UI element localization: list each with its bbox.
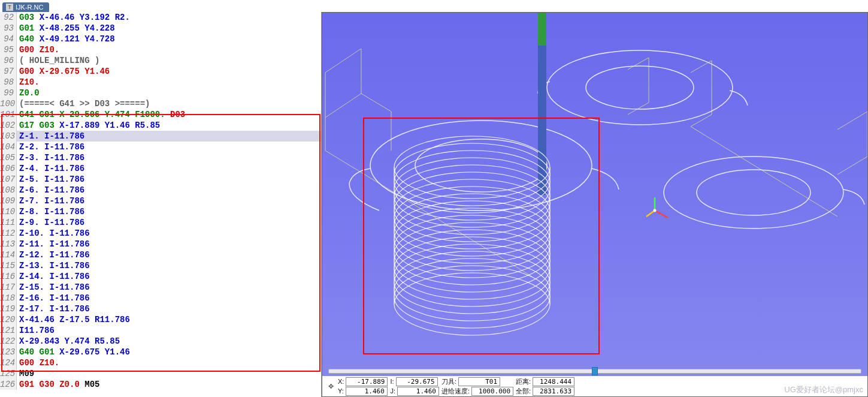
- code-line[interactable]: 108Z-6. I-11.786: [0, 185, 321, 196]
- line-content: Z-17. I-11.786: [17, 303, 90, 314]
- svg-point-21: [394, 222, 550, 285]
- code-line[interactable]: 93G01 X-48.255 Y4.228: [0, 23, 321, 34]
- code-line[interactable]: 95G00 Z10.: [0, 44, 321, 55]
- code-line[interactable]: 94G40 X-49.121 Y4.728: [0, 34, 321, 44]
- code-line[interactable]: 105Z-3. I-11.786: [0, 152, 321, 163]
- code-line[interactable]: 106Z-4. I-11.786: [0, 163, 321, 174]
- line-number: 123: [0, 347, 17, 357]
- code-line[interactable]: 111Z-9. I-11.786: [0, 217, 321, 228]
- watermark: UG爱好者论坛@pmjxc: [784, 384, 863, 395]
- line-number: 111: [0, 217, 17, 228]
- code-line[interactable]: 115Z-13. I-11.786: [0, 260, 321, 271]
- line-content: G40 X-49.121 Y4.728: [17, 34, 115, 44]
- line-content: G00 Z10.: [17, 357, 59, 368]
- svg-point-16: [394, 187, 550, 249]
- line-content: G00 X-29.675 Y1.46: [17, 66, 110, 77]
- line-number: 107: [0, 174, 17, 185]
- feed-label: 进给速度:: [441, 387, 470, 396]
- code-line[interactable]: 92G03 X-46.46 Y3.192 R2.: [0, 12, 321, 23]
- viewport-svg: [322, 13, 867, 396]
- code-line[interactable]: 120X-41.46 Z-17.5 R11.786: [0, 314, 321, 325]
- svg-point-20: [394, 215, 550, 278]
- code-line[interactable]: 123G40 G01 X-29.675 Y1.46: [0, 347, 321, 357]
- code-line[interactable]: 104Z-2. I-11.786: [0, 142, 321, 152]
- line-number: 122: [0, 336, 17, 347]
- line-number: 120: [0, 314, 17, 325]
- svg-point-11: [394, 151, 550, 213]
- svg-point-3: [586, 66, 694, 109]
- code-line[interactable]: 102G17 G03 X-17.889 Y1.46 R5.85: [0, 120, 321, 131]
- line-number: 92: [0, 12, 17, 23]
- line-content: G40 G01 X-29.675 Y1.46: [17, 347, 130, 357]
- line-content: Z-15. I-11.786: [17, 282, 90, 293]
- line-content: Z-6. I-11.786: [17, 185, 84, 196]
- code-line[interactable]: 122X-29.843 Y.474 R5.85: [0, 336, 321, 347]
- line-number: 109: [0, 196, 17, 206]
- line-content: G41 G01 X-29.506 Y.474 F1000. D03: [17, 109, 185, 120]
- line-number: 121: [0, 325, 17, 336]
- line-content: X-29.843 Y.474 R5.85: [17, 336, 120, 347]
- code-line[interactable]: 116Z-14. I-11.786: [0, 271, 321, 282]
- code-line[interactable]: 118Z-16. I-11.786: [0, 293, 321, 303]
- code-line[interactable]: 121I11.786: [0, 325, 321, 336]
- line-number: 106: [0, 163, 17, 174]
- code-line[interactable]: 96( HOLE_MILLING ): [0, 55, 321, 66]
- tool-cylinder: [537, 13, 547, 195]
- line-content: Z-13. I-11.786: [17, 260, 90, 271]
- code-line[interactable]: 117Z-15. I-11.786: [0, 282, 321, 293]
- viewport-3d[interactable]: ✥ X: -17.889 Y: 1.460 I: -29.675 J:: [322, 12, 868, 397]
- svg-point-13: [394, 165, 550, 227]
- code-scroll[interactable]: 92G03 X-46.46 Y3.192 R2.93G01 X-48.255 Y…: [0, 12, 321, 397]
- code-line[interactable]: 98Z10.: [0, 77, 321, 88]
- svg-point-4: [664, 157, 843, 228]
- code-line[interactable]: 119Z-17. I-11.786: [0, 303, 321, 314]
- code-line[interactable]: 99Z0.0: [0, 88, 321, 98]
- y-label: Y:: [338, 387, 344, 395]
- code-line[interactable]: 113Z-11. I-11.786: [0, 239, 321, 249]
- code-line[interactable]: 126G91 G30 Z0.0 M05: [0, 379, 321, 390]
- svg-point-25: [394, 251, 550, 314]
- tab-bar: T IJK-R.NC: [0, 0, 868, 12]
- line-number: 98: [0, 77, 17, 88]
- code-line[interactable]: 124G00 Z10.: [0, 357, 321, 368]
- line-number: 97: [0, 66, 17, 77]
- line-content: ( HOLE_MILLING ): [17, 55, 99, 66]
- file-tab[interactable]: T IJK-R.NC: [2, 2, 49, 12]
- line-number: 93: [0, 23, 17, 34]
- line-number: 104: [0, 142, 17, 152]
- line-number: 101: [0, 109, 17, 120]
- code-line[interactable]: 109Z-7. I-11.786: [0, 196, 321, 206]
- line-content: Z-12. I-11.786: [17, 249, 90, 260]
- i-value: -29.675: [396, 377, 438, 386]
- line-number: 117: [0, 282, 17, 293]
- code-line[interactable]: 110Z-8. I-11.786: [0, 206, 321, 217]
- code-line[interactable]: 112Z-10. I-11.786: [0, 228, 321, 239]
- line-number: 102: [0, 120, 17, 131]
- line-number: 125: [0, 368, 17, 379]
- code-line[interactable]: 103Z-1. I-11.786: [0, 131, 321, 142]
- line-number: 113: [0, 239, 17, 249]
- svg-point-17: [394, 194, 550, 256]
- line-content: Z0.0: [17, 88, 40, 98]
- line-number: 114: [0, 249, 17, 260]
- code-line[interactable]: 100(=====< G41 >> D03 >=====): [0, 98, 321, 109]
- line-content: Z-11. I-11.786: [17, 239, 90, 249]
- line-number: 116: [0, 271, 17, 282]
- line-content: Z-14. I-11.786: [17, 271, 90, 282]
- code-line[interactable]: 107Z-5. I-11.786: [0, 174, 321, 185]
- code-line[interactable]: 97G00 X-29.675 Y1.46: [0, 66, 321, 77]
- code-line[interactable]: 114Z-12. I-11.786: [0, 249, 321, 260]
- line-number: 103: [0, 131, 17, 142]
- axis-marker: [646, 197, 668, 218]
- line-number: 115: [0, 260, 17, 271]
- code-line[interactable]: 125M09: [0, 368, 321, 379]
- main-container: 92G03 X-46.46 Y3.192 R2.93G01 X-48.255 Y…: [0, 12, 868, 397]
- dist-value: 1248.444: [533, 377, 574, 386]
- progress-marker[interactable]: [592, 367, 598, 375]
- line-content: Z-10. I-11.786: [17, 228, 90, 239]
- progress-bar[interactable]: [328, 369, 861, 374]
- line-content: Z-8. I-11.786: [17, 206, 84, 217]
- code-line[interactable]: 101G41 G01 X-29.506 Y.474 F1000. D03: [0, 109, 321, 120]
- line-content: Z-9. I-11.786: [17, 217, 84, 228]
- line-content: G00 Z10.: [17, 44, 59, 55]
